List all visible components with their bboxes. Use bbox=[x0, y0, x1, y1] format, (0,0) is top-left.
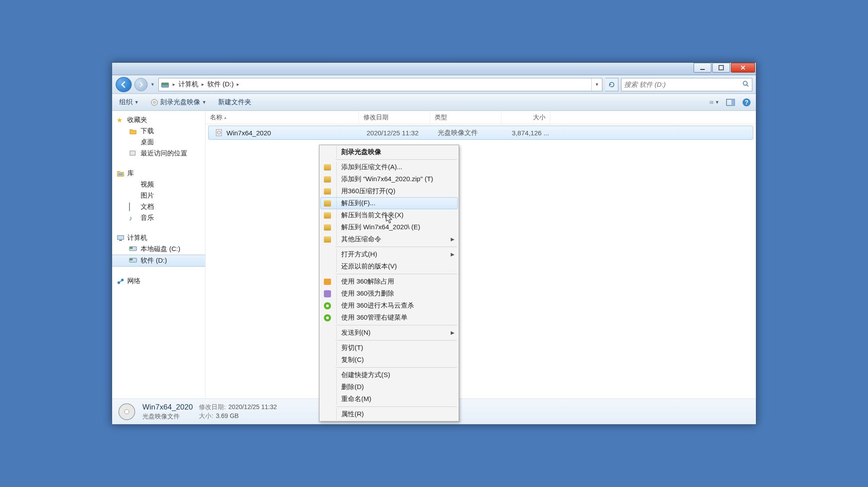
context-menu-label: 用360压缩打开(Q) bbox=[341, 187, 454, 195]
recent-icon bbox=[129, 150, 137, 158]
breadcrumb-computer[interactable]: 计算机 bbox=[177, 78, 200, 91]
svg-rect-22 bbox=[130, 247, 133, 249]
context-menu-item[interactable]: 还原以前的版本(V) bbox=[320, 260, 458, 272]
library-icon bbox=[117, 170, 125, 178]
file-type: 光盘映像文件 bbox=[433, 129, 505, 137]
svg-rect-24 bbox=[130, 259, 133, 260]
sidebar-item-drive-d[interactable]: 软件 (D:) bbox=[112, 255, 205, 267]
context-menu-item[interactable]: 添加到压缩文件(A)... bbox=[320, 161, 458, 173]
minimize-button[interactable] bbox=[694, 63, 711, 73]
file-list: 名称▴ 修改日期 类型 大小 Win7x64_2020 2020/12/25 1… bbox=[206, 111, 756, 398]
address-dropdown[interactable]: ▾ bbox=[591, 78, 602, 91]
help-button[interactable]: ? bbox=[742, 97, 751, 107]
context-menu-item[interactable]: 重命名(M) bbox=[320, 393, 458, 405]
breadcrumb-arrow-icon[interactable]: ▸ bbox=[171, 81, 177, 87]
context-menu-item[interactable]: 打开方式(H)▶ bbox=[320, 248, 458, 260]
column-name[interactable]: 名称▴ bbox=[206, 111, 359, 124]
context-menu-item[interactable]: 刻录光盘映像 bbox=[320, 146, 458, 158]
forward-button[interactable] bbox=[134, 78, 148, 91]
burn-disc-image-button[interactable]: 刻录光盘映像▼ bbox=[148, 97, 209, 108]
explorer-window: ▼ ▸ 计算机 ▸ 软件 (D:) ▸ ▾ 组织▼ 刻录光盘映像▼ bbox=[112, 62, 756, 425]
context-menu-item[interactable]: 发送到(N)▶ bbox=[320, 327, 458, 339]
context-menu-item[interactable]: 使用 360进行木马云查杀 bbox=[320, 300, 458, 312]
context-menu-separator bbox=[335, 159, 457, 160]
file-row[interactable]: Win7x64_2020 2020/12/25 11:32 光盘映像文件 3,8… bbox=[208, 126, 753, 140]
sidebar-item-documents[interactable]: 文档 bbox=[112, 201, 205, 212]
context-menu-item[interactable]: 解压到当前文件夹(X) bbox=[320, 209, 458, 221]
refresh-button[interactable] bbox=[605, 78, 618, 91]
iso-file-icon bbox=[215, 129, 223, 137]
column-type[interactable]: 类型 bbox=[430, 111, 501, 124]
new-folder-button[interactable]: 新建文件夹 bbox=[215, 97, 254, 108]
search-input[interactable] bbox=[624, 81, 742, 88]
column-size[interactable]: 大小 bbox=[501, 111, 550, 124]
context-menu-label: 属性(R) bbox=[341, 410, 454, 418]
address-bar[interactable]: ▸ 计算机 ▸ 软件 (D:) ▸ ▾ bbox=[158, 78, 602, 91]
sidebar-favorites[interactable]: ★ 收藏夹 bbox=[112, 114, 205, 126]
context-menu-item[interactable]: 解压到(F)... bbox=[320, 197, 458, 209]
file-date: 2020/12/25 11:32 bbox=[362, 129, 433, 137]
context-menu-label: 删除(D) bbox=[341, 383, 454, 391]
sidebar-item-videos[interactable]: 视频 bbox=[112, 179, 205, 190]
svg-point-6 bbox=[153, 101, 155, 103]
svg-rect-8 bbox=[711, 101, 713, 101]
sidebar-item-music[interactable]: ♪ 音乐 bbox=[112, 212, 205, 223]
context-menu-item[interactable]: 创建快捷方式(S) bbox=[320, 369, 458, 381]
breadcrumb-arrow-icon[interactable]: ▸ bbox=[235, 81, 241, 87]
sidebar-item-downloads[interactable]: 下载 bbox=[112, 126, 205, 137]
svg-rect-10 bbox=[711, 102, 713, 102]
context-menu-item[interactable]: 其他压缩命令▶ bbox=[320, 233, 458, 245]
iso-large-icon bbox=[117, 402, 136, 421]
breadcrumb-drive-d[interactable]: 软件 (D:) bbox=[206, 78, 235, 91]
blank-icon bbox=[323, 383, 332, 392]
svg-point-4 bbox=[743, 81, 747, 85]
sidebar-item-recent[interactable]: 最近访问的位置 bbox=[112, 148, 205, 159]
sidebar-libraries[interactable]: 库 bbox=[112, 168, 205, 179]
context-menu-item[interactable]: 添加到 "Win7x64_2020.zip" (T) bbox=[320, 173, 458, 185]
nav-history-dropdown[interactable]: ▼ bbox=[150, 82, 156, 87]
blank-icon bbox=[323, 371, 332, 380]
context-menu-item[interactable]: 剪切(T) bbox=[320, 342, 458, 354]
sidebar-network[interactable]: 网络 bbox=[112, 276, 205, 287]
context-menu-item[interactable]: 复制(C) bbox=[320, 354, 458, 366]
back-button[interactable] bbox=[116, 77, 132, 92]
search-box[interactable] bbox=[621, 78, 752, 91]
svg-rect-20 bbox=[119, 240, 122, 241]
blank-icon bbox=[323, 410, 332, 419]
sidebar-item-pictures[interactable]: 图片 bbox=[112, 190, 205, 201]
context-menu-item[interactable]: 用360压缩打开(Q) bbox=[320, 185, 458, 197]
view-options-button[interactable]: ▼ bbox=[710, 97, 719, 107]
titlebar bbox=[112, 63, 756, 75]
context-menu-label: 刻录光盘映像 bbox=[341, 148, 454, 156]
navbar: ▼ ▸ 计算机 ▸ 软件 (D:) ▸ ▾ bbox=[112, 75, 756, 94]
sidebar-item-drive-c[interactable]: 本地磁盘 (C:) bbox=[112, 244, 205, 255]
preview-pane-button[interactable] bbox=[726, 97, 735, 107]
close-button[interactable] bbox=[731, 63, 755, 73]
organize-button[interactable]: 组织▼ bbox=[117, 97, 141, 108]
context-menu-label: 使用 360进行木马云查杀 bbox=[341, 301, 454, 310]
context-menu-item[interactable]: 属性(R) bbox=[320, 408, 458, 420]
sidebar-computer[interactable]: 计算机 bbox=[112, 232, 205, 244]
star-icon: ★ bbox=[117, 116, 125, 124]
sidebar-item-desktop[interactable]: 桌面 bbox=[112, 137, 205, 148]
maximize-button[interactable] bbox=[712, 63, 730, 73]
360-unlock-icon bbox=[323, 277, 332, 286]
svg-rect-19 bbox=[117, 235, 124, 239]
context-menu-item[interactable]: 使用 360管理右键菜单 bbox=[320, 312, 458, 324]
svg-rect-7 bbox=[710, 101, 710, 101]
breadcrumb-arrow-icon[interactable]: ▸ bbox=[200, 81, 206, 87]
context-menu-item[interactable]: 解压到 Win7x64_2020\ (E) bbox=[320, 221, 458, 233]
toolbar: 组织▼ 刻录光盘映像▼ 新建文件夹 ▼ ? bbox=[112, 94, 756, 111]
svg-rect-17 bbox=[130, 151, 135, 155]
svg-rect-9 bbox=[710, 102, 710, 102]
svg-rect-12 bbox=[711, 103, 713, 103]
context-menu-item[interactable]: 删除(D) bbox=[320, 381, 458, 393]
context-menu-label: 使用 360强力删除 bbox=[341, 289, 454, 298]
column-date[interactable]: 修改日期 bbox=[359, 111, 430, 124]
svg-rect-18 bbox=[118, 173, 123, 175]
context-menu-item[interactable]: 使用 360强力删除 bbox=[320, 288, 458, 300]
context-menu-item[interactable]: 使用 360解除占用 bbox=[320, 276, 458, 288]
360-icon bbox=[323, 313, 332, 322]
search-icon[interactable] bbox=[742, 80, 749, 89]
context-menu-label: 创建快捷方式(S) bbox=[341, 371, 454, 379]
